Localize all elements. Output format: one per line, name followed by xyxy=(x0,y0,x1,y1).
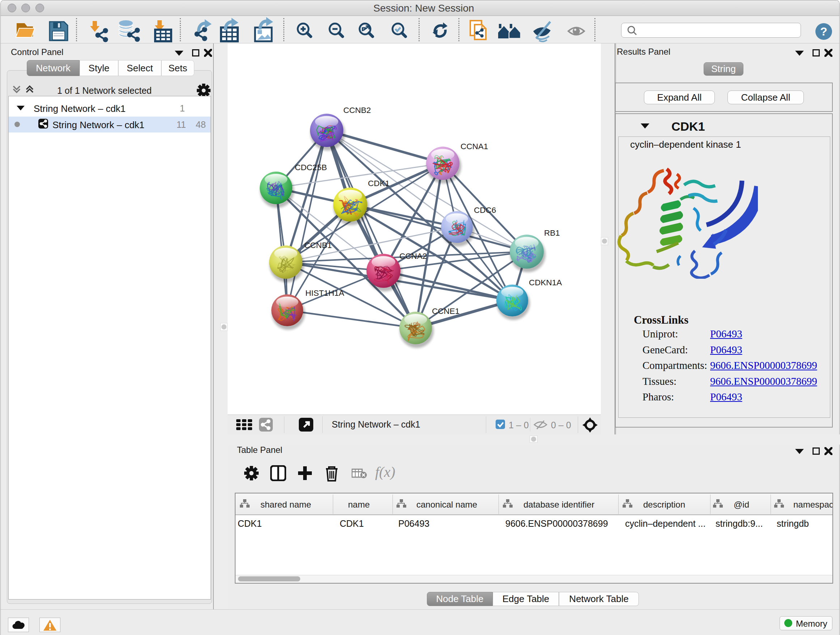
svg-text:CCNB2: CCNB2 xyxy=(343,106,371,115)
svg-text:CDKN1A: CDKN1A xyxy=(529,278,562,287)
svg-text:CDK1: CDK1 xyxy=(368,179,390,188)
svg-text:CDC6: CDC6 xyxy=(474,206,496,215)
svg-text:CCNE1: CCNE1 xyxy=(432,307,459,316)
svg-text:RB1: RB1 xyxy=(544,228,560,238)
svg-text:CCNA1: CCNA1 xyxy=(461,142,488,151)
svg-text:CCNA2: CCNA2 xyxy=(399,252,427,261)
svg-text:HIST1H1A: HIST1H1A xyxy=(305,288,344,298)
svg-text:CCNB1: CCNB1 xyxy=(304,241,332,250)
svg-text:CDC25B: CDC25B xyxy=(295,163,327,172)
